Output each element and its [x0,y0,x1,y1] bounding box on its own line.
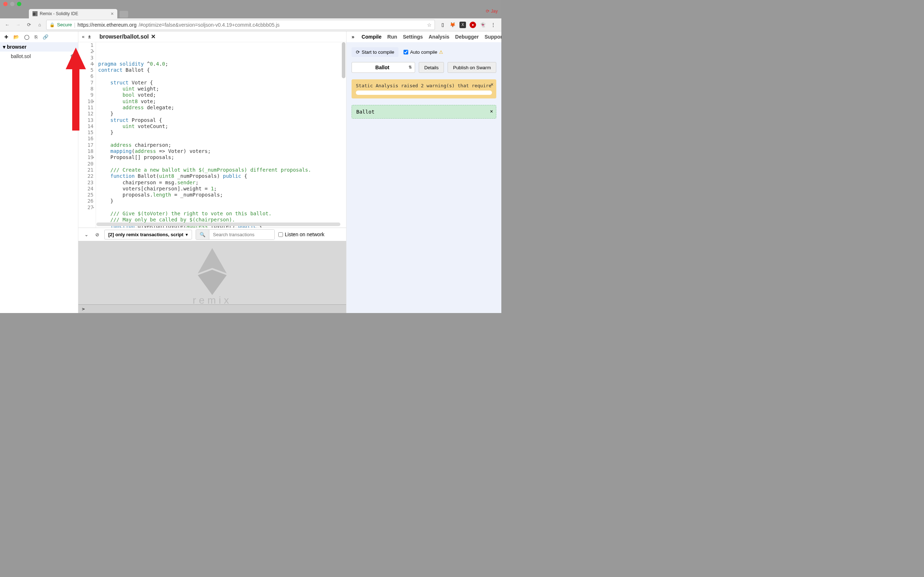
contract-name: Ballot [356,109,375,115]
publish-swarm-button[interactable]: Publish on Swarm [447,62,496,73]
close-editor-tab-icon[interactable]: ✕ [151,33,155,40]
browser-tabstrip: ◆ Remix - Solidity IDE × ⟳ Jay [0,8,501,18]
new-file-icon[interactable]: ✚ [4,34,8,40]
tab-support[interactable]: Support [485,34,501,40]
horizontal-scrollbar[interactable] [96,222,340,226]
link-icon[interactable]: 🔗 [43,34,48,40]
file-explorer: ✚ 📂 ◯ ⎘ 🔗 ▾ browser ballot.sol 🗑 [0,31,78,313]
chrome-menu-icon[interactable]: ⋮ [490,22,496,28]
contract-select[interactable]: Ballot ⇅ [352,62,415,73]
traffic-max[interactable] [17,2,21,6]
editor-tab[interactable]: browser/ballot.sol ✕ [99,33,155,40]
lock-icon: 🔒 [50,23,55,27]
compiled-contract[interactable]: Ballot ✕ [352,105,496,119]
console-panel: ⌄ ⊘ [2] only remix transactions, script … [78,227,346,313]
close-contract-icon[interactable]: ✕ [490,108,493,114]
select-value: Ballot [375,64,389,70]
console-toolbar: ⌄ ⊘ [2] only remix transactions, script … [78,228,346,241]
traffic-close[interactable] [3,2,8,6]
tab-analysis[interactable]: Analysis [428,34,449,40]
search-icon[interactable]: 🔍 [196,230,209,239]
caret-down-icon: ▾ [186,232,188,237]
expand-panel-icon[interactable]: » [352,34,354,40]
extension-icons: ▯ 🦊 X ● 👻 ⋮ [437,22,498,28]
filter-label: [2] only remix transactions, script [108,232,183,237]
warning-progress [356,90,492,95]
folder-browser[interactable]: ▾ browser [0,42,78,52]
auto-compile-checkbox[interactable] [404,50,408,55]
static-analysis-warning[interactable]: Static Analysis raised 2 warning(s) that… [352,79,496,98]
new-tab-button[interactable] [120,11,128,18]
listen-on-network[interactable]: Listen on network [278,232,325,237]
vertical-scrollbar[interactable] [342,42,346,78]
close-warning-icon[interactable]: ✕ [491,82,493,87]
search-input[interactable] [209,230,274,239]
editor-tabbar: « ± browser/ballot.sol ✕ [78,31,346,42]
tab-debugger[interactable]: Debugger [455,34,478,40]
auto-compile-label: Auto compile [410,49,437,55]
address-bar[interactable]: 🔒 Secure | https://remix.ethereum.org/#o… [46,20,435,30]
code-editor[interactable]: 12▸34▸5678910▸111213141516171819▸2021222… [78,42,346,227]
tab-compile[interactable]: Compile [362,34,381,40]
chrome-profile[interactable]: ⟳ Jay [486,9,498,14]
auto-compile[interactable]: Auto compile ⚠ [404,49,443,55]
home-button[interactable]: ⌂ [36,21,44,29]
macos-titlebar [0,0,501,8]
file-label: ballot.sol [11,53,31,59]
tab-run[interactable]: Run [387,34,397,40]
start-compile-button[interactable]: ⟳ Start to compile [352,47,399,57]
profile-name: Jay [491,9,498,14]
forward-button[interactable]: → [14,21,23,29]
listen-checkbox[interactable] [278,232,283,237]
code-body[interactable]: pragma solidity ^0.4.0;contract Ballot {… [96,42,346,227]
editor-tab-label: browser/ballot.sol [99,34,149,40]
select-arrow-icon: ⇅ [409,65,412,69]
line-gutter: 12▸34▸5678910▸111213141516171819▸2021222… [78,42,96,227]
listen-label: Listen on network [285,232,325,237]
console-collapse-icon[interactable]: ⌄ [82,231,90,238]
delete-file-icon[interactable]: 🗑 [70,53,75,59]
console-prompt[interactable]: > [78,305,346,313]
font-size-icon[interactable]: ± [88,34,90,39]
ghost-icon[interactable]: 👻 [480,22,486,28]
start-compile-label: Start to compile [362,49,394,55]
tab-title: Remix - Solidity IDE [40,11,78,16]
sync-icon: ⟳ [486,9,489,14]
console-clear-icon[interactable]: ⊘ [94,231,101,238]
file-toolbar: ✚ 📂 ◯ ⎘ 🔗 [0,31,78,42]
reload-button[interactable]: ⟳ [24,21,33,29]
compile-pane: ⟳ Start to compile Auto compile ⚠ Ballot… [347,42,501,313]
back-button[interactable]: ← [3,21,11,29]
remix-app: ✚ 📂 ◯ ⎘ 🔗 ▾ browser ballot.sol 🗑 « ± [0,31,501,313]
right-panel: » Compile Run Settings Analysis Debugger… [346,31,501,313]
console-filter[interactable]: [2] only remix transactions, script ▾ [104,230,192,239]
browser-tab[interactable]: ◆ Remix - Solidity IDE × [29,9,117,18]
refresh-icon: ⟳ [356,49,360,55]
traffic-min[interactable] [10,2,15,6]
svg-marker-1 [198,270,227,295]
caret-down-icon: ▾ [3,44,5,50]
open-file-icon[interactable]: 📂 [13,34,19,40]
github-icon[interactable]: ◯ [24,34,30,40]
metamask-icon[interactable]: 🦊 [449,22,456,28]
svg-marker-0 [198,248,227,273]
browser-toolbar: ← → ⟳ ⌂ 🔒 Secure | https://remix.ethereu… [0,18,501,31]
warning-icon: ⚠ [439,49,443,55]
details-button[interactable]: Details [419,62,444,73]
console-body: remix > [78,241,346,313]
console-search: 🔍 [195,229,275,240]
collapse-panel-icon[interactable]: « [82,34,84,39]
secure-label: Secure [57,22,72,27]
bookmark-star-icon[interactable]: ☆ [427,22,432,28]
url-path: /#optimize=false&version=soljson-v0.4.19… [139,22,279,28]
warning-text: Static Analysis raised 2 warning(s) that… [356,83,492,89]
ext-x-icon[interactable]: X [459,22,466,28]
cast-icon[interactable]: ▯ [439,22,446,28]
copy-icon[interactable]: ⎘ [35,34,37,40]
tab-settings[interactable]: Settings [403,34,423,40]
close-tab-icon[interactable]: × [111,11,114,16]
favicon: ◆ [32,11,37,16]
remix-watermark: remix [193,248,232,306]
file-ballot-sol[interactable]: ballot.sol 🗑 [0,52,78,61]
ublock-icon[interactable]: ● [470,22,476,28]
